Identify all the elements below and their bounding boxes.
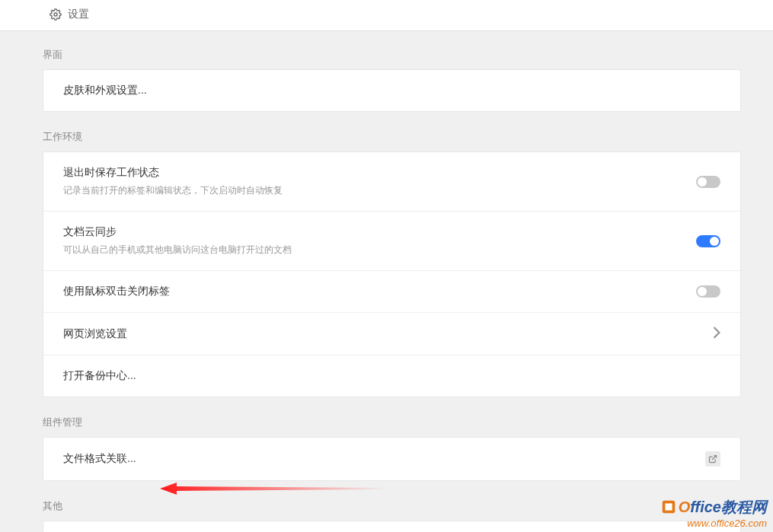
svg-rect-4: [665, 503, 672, 510]
cloud-sync-row[interactable]: 文档云同步 可以从自己的手机或其他电脑访问这台电脑打开过的文档: [43, 211, 740, 270]
svg-line-1: [712, 456, 717, 460]
settings-header: 设置: [0, 0, 773, 31]
chevron-right-icon: [713, 327, 720, 341]
window-mode-row[interactable]: 切换窗口管理模式...: [43, 521, 740, 532]
skin-settings-label: 皮肤和外观设置...: [63, 84, 147, 97]
skin-settings-row[interactable]: 皮肤和外观设置...: [43, 70, 740, 111]
web-browse-row[interactable]: 网页浏览设置: [43, 312, 740, 355]
dblclick-close-row[interactable]: 使用鼠标双击关闭标签: [43, 270, 740, 312]
file-assoc-label: 文件格式关联...: [63, 452, 136, 466]
other-card: 切换窗口管理模式... 恢复初始默认设置: [43, 521, 741, 532]
section-label-component: 组件管理: [43, 416, 741, 429]
section-label-other: 其他: [43, 499, 741, 513]
page-title: 设置: [68, 8, 89, 21]
watermark-brand-o: O: [679, 499, 691, 515]
backup-center-row[interactable]: 打开备份中心...: [43, 355, 740, 397]
svg-point-0: [54, 13, 57, 16]
watermark-icon: [660, 499, 677, 518]
backup-center-title: 打开备份中心...: [63, 369, 136, 383]
settings-content: 界面 皮肤和外观设置... 工作环境 退出时保存工作状态 记录当前打开的标签和编…: [0, 31, 773, 532]
watermark-brand-rest: ffice教程网: [690, 499, 767, 515]
component-card: 文件格式关联...: [43, 437, 741, 481]
section-label-work-env: 工作环境: [43, 130, 741, 144]
work-env-card: 退出时保存工作状态 记录当前打开的标签和编辑状态，下次启动时自动恢复 文档云同步…: [43, 151, 741, 397]
cloud-sync-toggle[interactable]: [696, 235, 720, 247]
dblclick-close-title: 使用鼠标双击关闭标签: [63, 285, 170, 298]
cloud-sync-title: 文档云同步: [63, 225, 292, 239]
save-on-exit-toggle[interactable]: [696, 176, 720, 188]
web-browse-title: 网页浏览设置: [63, 327, 127, 341]
section-label-interface: 界面: [43, 48, 741, 62]
cloud-sync-desc: 可以从自己的手机或其他电脑访问这台电脑打开过的文档: [63, 244, 292, 256]
gear-icon: [50, 8, 62, 21]
watermark: Office教程网 www.office26.com: [660, 499, 767, 529]
interface-card: 皮肤和外观设置...: [43, 69, 741, 112]
save-on-exit-row[interactable]: 退出时保存工作状态 记录当前打开的标签和编辑状态，下次启动时自动恢复: [43, 152, 740, 211]
save-on-exit-title: 退出时保存工作状态: [63, 166, 283, 180]
watermark-url: www.office26.com: [660, 518, 767, 529]
external-link-icon: [705, 451, 720, 467]
file-assoc-row[interactable]: 文件格式关联...: [43, 438, 740, 480]
dblclick-close-toggle[interactable]: [696, 285, 720, 298]
save-on-exit-desc: 记录当前打开的标签和编辑状态，下次启动时自动恢复: [63, 184, 283, 197]
